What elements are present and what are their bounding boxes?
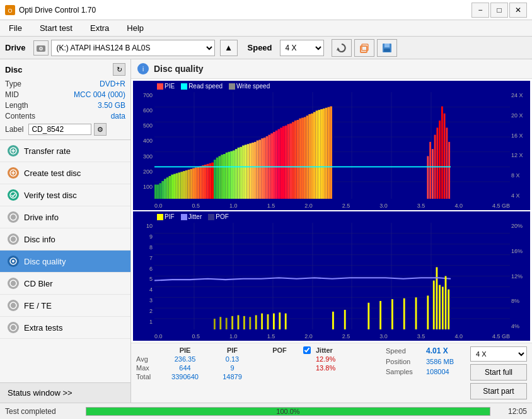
svg-rect-87 — [280, 127, 282, 199]
svg-rect-163 — [448, 290, 449, 329]
svg-rect-50 — [192, 168, 195, 199]
disc-quality-header: i Disc quality — [131, 59, 532, 79]
cd-bler-icon — [8, 278, 19, 289]
svg-rect-117 — [446, 127, 448, 199]
svg-rect-94 — [297, 120, 299, 199]
disc-info-icon — [8, 233, 19, 245]
disc-mid-value: MCC 004 (000) — [74, 90, 125, 99]
svg-rect-71 — [242, 146, 245, 199]
svg-rect-75 — [252, 143, 254, 199]
disc-label-input[interactable] — [28, 124, 91, 135]
legend-pif-dot — [157, 214, 163, 220]
maximize-button[interactable]: □ — [490, 3, 508, 18]
svg-rect-35 — [157, 184, 159, 199]
nav-item-verify-test-disc[interactable]: Verify test disc — [0, 184, 130, 206]
svg-rect-88 — [282, 126, 285, 199]
nav-item-disc-info[interactable]: Disc info — [0, 228, 130, 251]
svg-rect-83 — [270, 133, 273, 199]
disc-refresh-button[interactable]: ↻ — [113, 63, 125, 76]
drive-info-icon — [8, 211, 19, 223]
svg-rect-41 — [171, 175, 173, 199]
start-part-button[interactable]: Start part — [470, 383, 527, 399]
svg-rect-65 — [228, 152, 231, 199]
title-bar-left: O Opti Drive Control 1.70 — [5, 5, 96, 15]
svg-text:O: O — [8, 8, 12, 14]
save-button[interactable] — [377, 39, 397, 57]
nav-item-extra-tests[interactable]: Extra tests — [0, 317, 130, 339]
samples-value: 108004 — [426, 368, 449, 375]
disc-length-label: Length — [5, 101, 28, 110]
svg-rect-78 — [258, 139, 261, 199]
progress-bar-background: 100.0% — [86, 407, 490, 416]
svg-rect-10 — [384, 49, 390, 52]
speed-dropdown[interactable]: 4 X 8 X 16 X — [280, 40, 324, 56]
minimize-button[interactable]: − — [471, 3, 489, 18]
svg-rect-47 — [185, 170, 188, 199]
nav-label-create-test-disc: Create test disc — [24, 168, 81, 178]
svg-point-19 — [10, 302, 16, 309]
stats-total-row: Total 3390640 14879 — [136, 373, 383, 381]
svg-rect-103 — [318, 110, 320, 199]
svg-rect-37 — [161, 181, 164, 199]
svg-rect-148 — [279, 312, 280, 329]
drive-dropdown[interactable]: (K:) ATAPI iHAS124 B AL0S — [51, 40, 215, 56]
svg-rect-159 — [436, 267, 438, 329]
legend-pif-label: PIF — [165, 213, 175, 220]
legend-pie-dot — [157, 83, 163, 90]
refresh-button[interactable] — [332, 39, 352, 57]
menu-bar: File Start test Extra Help — [0, 20, 532, 37]
nav-item-transfer-rate[interactable]: Transfer rate — [0, 140, 130, 162]
svg-point-15 — [10, 236, 16, 242]
disc-label-button[interactable]: ⚙ — [94, 123, 107, 136]
svg-rect-139 — [226, 318, 228, 329]
menu-start-test[interactable]: Start test — [36, 22, 76, 34]
svg-rect-60 — [216, 158, 219, 199]
stats-pie-max: 644 — [161, 364, 209, 372]
svg-rect-57 — [209, 163, 211, 199]
stats-pof-avg — [256, 355, 303, 363]
svg-rect-61 — [219, 156, 221, 199]
start-full-button[interactable]: Start full — [470, 364, 527, 381]
svg-rect-149 — [285, 314, 287, 329]
menu-help[interactable]: Help — [123, 22, 147, 34]
legend-pie-label: PIE — [165, 83, 175, 90]
svg-rect-45 — [180, 172, 183, 199]
chart2-legend: PIF Jitter POF — [157, 213, 229, 220]
svg-rect-114 — [439, 121, 441, 199]
status-window-label: Status window >> — [8, 388, 72, 398]
menu-extra[interactable]: Extra — [86, 22, 113, 34]
svg-rect-105 — [323, 109, 325, 199]
disc-length-row: Length 3.50 GB — [5, 101, 125, 110]
nav-item-create-test-disc[interactable]: Create test disc — [0, 162, 130, 184]
left-panel: Disc ↻ Type DVD+R MID MCC 004 (000) Leng… — [0, 59, 131, 403]
svg-point-18 — [10, 280, 16, 286]
nav-item-cd-bler[interactable]: CD Bler — [0, 273, 130, 295]
svg-rect-89 — [285, 126, 287, 199]
status-window-button[interactable]: Status window >> — [0, 382, 130, 403]
nav-item-drive-info[interactable]: Drive info — [0, 206, 130, 228]
position-label: Position — [386, 358, 424, 365]
menu-file[interactable]: File — [5, 22, 26, 34]
svg-rect-64 — [226, 153, 228, 199]
nav-item-fe-te[interactable]: FE / TE — [0, 295, 130, 317]
svg-rect-144 — [255, 315, 257, 329]
jitter-checkbox[interactable] — [303, 346, 311, 354]
chart1-y-axis-left: 700 600 500 400 300 200 100 — [133, 92, 154, 199]
svg-rect-145 — [261, 314, 263, 329]
test-speed-dropdown[interactable]: 4 X 8 X — [470, 346, 527, 362]
time-display: 12:05 — [495, 407, 527, 416]
svg-rect-42 — [173, 174, 176, 199]
svg-rect-39 — [166, 177, 169, 199]
close-button[interactable]: ✕ — [509, 3, 527, 18]
svg-rect-56 — [207, 164, 209, 199]
progress-percentage: 100.0% — [86, 408, 490, 415]
svg-rect-74 — [249, 143, 252, 199]
copy-button[interactable] — [354, 39, 374, 57]
eject-button[interactable]: ▲ — [220, 40, 238, 56]
legend-readspeed-dot — [181, 83, 187, 90]
svg-rect-161 — [442, 286, 444, 329]
stats-jitter-avg: 12.9% — [316, 355, 354, 363]
nav-item-disc-quality[interactable]: Disc quality — [0, 251, 130, 273]
svg-rect-98 — [306, 115, 309, 199]
svg-marker-5 — [337, 47, 340, 50]
